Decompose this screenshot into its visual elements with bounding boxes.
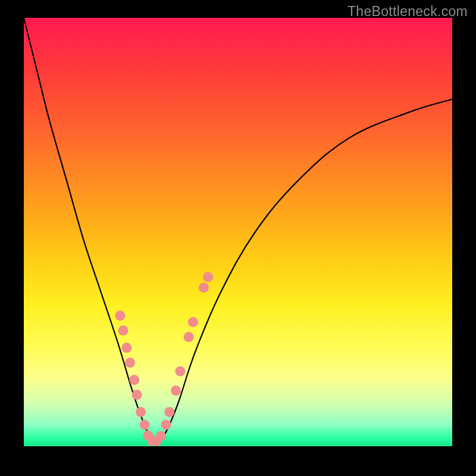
data-marker bbox=[156, 431, 166, 441]
data-marker bbox=[203, 272, 213, 282]
data-marker bbox=[164, 407, 174, 417]
data-marker bbox=[118, 325, 129, 336]
data-marker bbox=[199, 283, 209, 293]
data-marker bbox=[136, 407, 146, 417]
data-marker bbox=[132, 390, 142, 400]
data-marker bbox=[115, 311, 126, 321]
data-marker bbox=[140, 420, 150, 430]
data-marker bbox=[129, 375, 139, 385]
plot-area bbox=[24, 18, 452, 446]
chart-svg bbox=[24, 18, 452, 446]
bottleneck-curve bbox=[24, 18, 452, 443]
data-marker bbox=[188, 317, 198, 327]
marker-group bbox=[115, 272, 214, 446]
watermark-text: TheBottleneck.com bbox=[347, 4, 468, 20]
data-marker bbox=[184, 332, 194, 342]
data-marker bbox=[161, 420, 171, 430]
data-marker bbox=[125, 358, 135, 368]
chart-container: TheBottleneck.com bbox=[0, 0, 476, 476]
data-marker bbox=[175, 367, 185, 377]
data-marker bbox=[171, 386, 181, 396]
data-marker bbox=[121, 343, 131, 353]
